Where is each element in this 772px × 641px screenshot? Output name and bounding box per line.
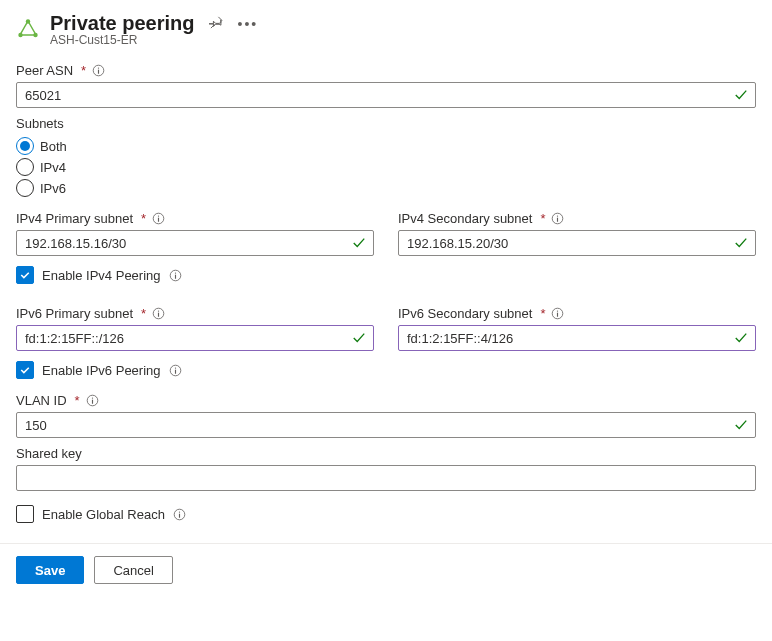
svg-point-28 (179, 511, 180, 512)
info-icon[interactable] (173, 508, 186, 521)
checkmark-icon (734, 88, 748, 102)
svg-rect-8 (158, 218, 159, 222)
info-icon[interactable] (551, 307, 564, 320)
ipv6-secondary-label: IPv6 Secondary subnet* (398, 306, 756, 321)
checkmark-icon (734, 418, 748, 432)
info-icon[interactable] (92, 64, 105, 77)
svg-point-0 (26, 19, 30, 23)
checkmark-icon (734, 331, 748, 345)
svg-rect-5 (98, 70, 99, 74)
enable-ipv4-label: Enable IPv4 Peering (42, 268, 161, 283)
svg-point-10 (557, 215, 558, 216)
svg-point-22 (174, 367, 175, 368)
svg-rect-29 (179, 513, 180, 517)
info-icon[interactable] (152, 212, 165, 225)
svg-point-16 (158, 310, 159, 311)
subnets-label: Subnets (16, 116, 756, 131)
info-icon[interactable] (152, 307, 165, 320)
svg-point-7 (158, 215, 159, 216)
svg-point-25 (91, 397, 92, 398)
info-icon[interactable] (86, 394, 99, 407)
subnets-radio-group: Both IPv4 IPv6 (16, 137, 756, 197)
enable-ipv6-label: Enable IPv6 Peering (42, 363, 161, 378)
pin-icon[interactable] (209, 15, 224, 33)
save-button[interactable]: Save (16, 556, 84, 584)
enable-ipv6-checkbox[interactable]: Enable IPv6 Peering (16, 361, 756, 379)
blade-header: Private peering ••• ASH-Cust15-ER (16, 12, 756, 47)
peer-asn-input[interactable] (16, 82, 756, 108)
svg-rect-26 (92, 400, 93, 404)
enable-global-reach-checkbox[interactable]: Enable Global Reach (16, 505, 756, 523)
ipv4-primary-input[interactable] (16, 230, 374, 256)
enable-global-reach-label: Enable Global Reach (42, 507, 165, 522)
checkmark-icon (734, 236, 748, 250)
radio-both-label: Both (40, 139, 67, 154)
cancel-button[interactable]: Cancel (94, 556, 172, 584)
svg-rect-17 (158, 313, 159, 317)
svg-point-19 (557, 310, 558, 311)
page-subtitle: ASH-Cust15-ER (50, 33, 258, 47)
info-icon[interactable] (169, 269, 182, 282)
svg-rect-11 (557, 218, 558, 222)
radio-ipv4-label: IPv4 (40, 160, 66, 175)
radio-ipv6-label: IPv6 (40, 181, 66, 196)
peering-logo-icon (16, 18, 40, 42)
info-icon[interactable] (169, 364, 182, 377)
ipv4-primary-label: IPv4 Primary subnet* (16, 211, 374, 226)
ipv6-primary-input[interactable] (16, 325, 374, 351)
ipv6-secondary-input[interactable] (398, 325, 756, 351)
svg-point-13 (174, 272, 175, 273)
ipv4-secondary-input[interactable] (398, 230, 756, 256)
peer-asn-label: Peer ASN* (16, 63, 756, 78)
shared-key-label: Shared key (16, 446, 756, 461)
enable-ipv4-checkbox[interactable]: Enable IPv4 Peering (16, 266, 756, 284)
info-icon[interactable] (551, 212, 564, 225)
more-icon[interactable]: ••• (238, 16, 259, 32)
vlan-id-input[interactable] (16, 412, 756, 438)
svg-rect-23 (174, 369, 175, 373)
divider (0, 543, 772, 544)
checkmark-icon (352, 236, 366, 250)
svg-rect-14 (174, 274, 175, 278)
svg-point-2 (18, 33, 22, 37)
ipv4-secondary-label: IPv4 Secondary subnet* (398, 211, 756, 226)
svg-rect-20 (557, 313, 558, 317)
radio-ipv4[interactable]: IPv4 (16, 158, 756, 176)
shared-key-input[interactable] (16, 465, 756, 491)
vlan-id-label: VLAN ID* (16, 393, 756, 408)
svg-point-4 (98, 67, 99, 68)
checkmark-icon (352, 331, 366, 345)
svg-point-1 (33, 33, 37, 37)
page-title: Private peering (50, 12, 195, 35)
radio-both[interactable]: Both (16, 137, 756, 155)
ipv6-primary-label: IPv6 Primary subnet* (16, 306, 374, 321)
radio-ipv6[interactable]: IPv6 (16, 179, 756, 197)
